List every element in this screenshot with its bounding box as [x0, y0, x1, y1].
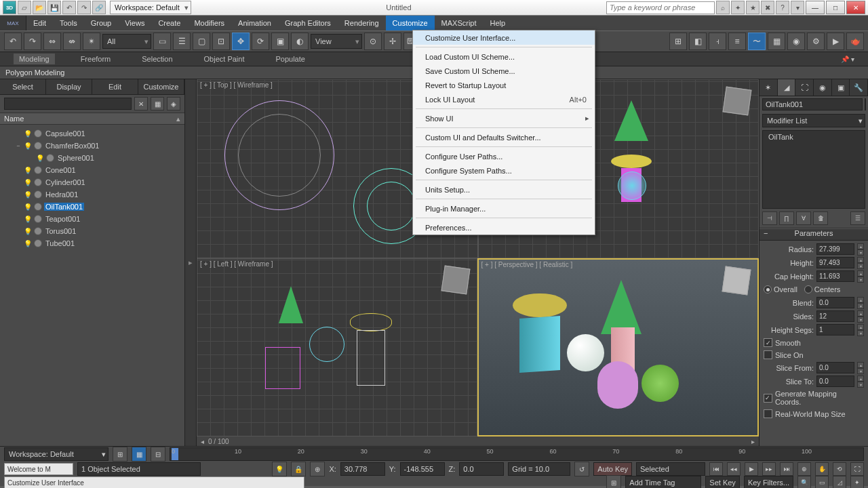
unlink-button[interactable]: ⇎ — [63, 33, 81, 50]
modify-tab-icon[interactable]: ◢ — [778, 79, 796, 96]
mat-ed-button[interactable]: ◉ — [787, 33, 805, 50]
menu-item-revert-to-startup-layout[interactable]: Revert to Startup Layout — [413, 78, 595, 92]
menu-help[interactable]: Help — [484, 16, 513, 30]
link-button[interactable]: ⇔ — [43, 33, 61, 50]
scene-tab-edit[interactable]: Edit — [92, 79, 138, 94]
menu-maxscript[interactable]: MAXScript — [435, 16, 484, 30]
tree-item[interactable]: 💡Hedra001 — [0, 188, 184, 201]
menu-item-customize-user-interface[interactable]: Customize User Interface... — [413, 30, 595, 45]
minimize-button[interactable]: — — [806, 1, 825, 14]
bind-button[interactable]: ✴ — [83, 33, 100, 50]
ribbon-pin-icon[interactable]: 📌 ▾ — [841, 56, 854, 63]
viewcube-icon[interactable] — [722, 266, 751, 295]
undo-icon[interactable]: ↶ — [62, 1, 76, 14]
nav-walk-icon[interactable]: ✦ — [850, 476, 864, 488]
tree-item[interactable]: 💡OilTank001 — [0, 201, 184, 213]
app-menu-button[interactable]: MAX — [0, 16, 26, 30]
sliceto-spinner[interactable]: 0.0 — [816, 375, 854, 387]
nav-max-icon[interactable]: ⛶ — [850, 462, 864, 476]
menu-item-load-custom-ui-scheme[interactable]: Load Custom UI Scheme... — [413, 49, 595, 64]
layers-button[interactable]: ≡ — [728, 33, 746, 50]
viewcube-icon[interactable] — [723, 87, 752, 116]
menu-item-show-ui[interactable]: Show UI — [413, 111, 595, 125]
hseg-spinner[interactable]: 1 — [816, 324, 854, 336]
undo-button[interactable]: ↶ — [4, 33, 22, 50]
pivot-button[interactable]: ⊙ — [364, 33, 382, 50]
menu-create[interactable]: Create — [151, 16, 187, 30]
move-button[interactable]: ✥ — [232, 33, 250, 50]
modifier-stack[interactable]: OilTank — [762, 130, 865, 209]
next-frame-icon[interactable]: ▸▸ — [762, 462, 776, 476]
goto-end-icon[interactable]: ⏭ — [780, 462, 793, 476]
modifier-list-dropdown[interactable]: Modifier List — [762, 114, 865, 127]
timeline-slider[interactable]: 0102030405060708090100 — [170, 447, 864, 461]
viewport-left-label[interactable]: [ + ] [ Left ] [ Wireframe ] — [200, 260, 273, 268]
configure-icon[interactable]: ☰ — [850, 211, 865, 225]
placement-button[interactable]: ◐ — [291, 33, 309, 50]
menu-item-save-custom-ui-scheme[interactable]: Save Custom UI Scheme... — [413, 64, 595, 78]
key-mode-icon[interactable]: ▦ — [132, 447, 146, 462]
nav-zoom2-icon[interactable]: 🔍 — [797, 476, 811, 488]
centers-radio[interactable]: Centers — [804, 285, 841, 293]
sides-spinner[interactable]: 12 — [816, 310, 854, 322]
absolute-icon[interactable]: ⊕ — [310, 462, 325, 476]
isolate-icon[interactable]: ↺ — [574, 462, 589, 476]
snap-button[interactable]: ⊞ — [669, 33, 687, 50]
ref-coord-system[interactable]: View — [311, 34, 362, 49]
viewport-top-label[interactable]: [ + ] [ Top ] [ Wireframe ] — [200, 81, 273, 89]
menu-item-preferences[interactable]: Preferences... — [413, 220, 595, 235]
nav-orbit-icon[interactable]: ⟲ — [833, 462, 846, 476]
prev-frame-icon[interactable]: ◂◂ — [727, 462, 741, 476]
open-icon[interactable]: 📂 — [33, 1, 46, 14]
menu-item-custom-ui-and-defaults-switcher[interactable]: Custom UI and Defaults Switcher... — [413, 130, 595, 144]
menu-animation[interactable]: Animation — [231, 16, 278, 30]
selection-filter[interactable]: All — [102, 34, 151, 49]
object-color-swatch[interactable] — [865, 98, 866, 110]
new-icon[interactable]: ▱ — [18, 1, 31, 14]
genmap-checkbox[interactable]: ✓Generate Mapping Coords. — [764, 389, 864, 407]
redo-button[interactable]: ↷ — [24, 33, 41, 50]
filter-sel-icon[interactable]: ▦ — [151, 97, 164, 110]
nav-region-icon[interactable]: ▭ — [815, 476, 829, 488]
ribbon-tab-modeling[interactable]: Modeling — [14, 54, 55, 64]
align-button[interactable]: ⫞ — [709, 33, 726, 50]
select-rect-button[interactable]: ▢ — [193, 33, 210, 50]
help-search-icon[interactable]: ⌕ — [716, 1, 730, 14]
select-object-button[interactable]: ▭ — [153, 33, 171, 50]
link-icon[interactable]: 🔗 — [92, 1, 106, 14]
play-icon[interactable]: ▶ — [745, 462, 758, 476]
render-button[interactable]: 🫖 — [846, 33, 864, 50]
scene-tab-customize[interactable]: Customize — [138, 79, 184, 94]
object-name-input[interactable] — [762, 98, 863, 110]
menu-item-plug-in-manager[interactable]: Plug-in Manager... — [413, 201, 595, 216]
timetag-field[interactable]: Add Time Tag — [625, 476, 701, 488]
render-setup-button[interactable]: ⚙ — [807, 33, 825, 50]
ribbon-tab-selection[interactable]: Selection — [136, 54, 178, 64]
app-logo-icon[interactable]: 3D — [3, 1, 16, 14]
parameters-rollout[interactable]: Parameters — [760, 228, 868, 241]
selection-lock-icon[interactable]: 🔒 — [291, 462, 306, 476]
set-key-mode-icon[interactable]: ⊞ — [113, 447, 127, 462]
remove-mod-icon[interactable]: 🗑 — [813, 211, 828, 225]
setkey-button[interactable]: Set Key — [705, 476, 740, 488]
realworld-checkbox[interactable]: Real-World Map Size — [764, 409, 864, 419]
menu-graph-editors[interactable]: Graph Editors — [278, 16, 338, 30]
overall-radio[interactable]: Overall — [764, 285, 797, 293]
tree-item[interactable]: 💡Cone001 — [0, 164, 184, 176]
exchange-icon[interactable]: ✖ — [761, 1, 774, 14]
menu-modifiers[interactable]: Modifiers — [187, 16, 231, 30]
ribbon-tab-populate[interactable]: Populate — [270, 54, 310, 64]
rotate-button[interactable]: ⟳ — [252, 33, 269, 50]
lock-icon[interactable]: 💡 — [272, 462, 287, 476]
show-end-icon[interactable]: ∏ — [779, 211, 794, 225]
menu-rendering[interactable]: Rendering — [338, 16, 386, 30]
workspace-bottom-selector[interactable]: Workspace: Default — [4, 447, 108, 461]
nav-pan-icon[interactable]: ✋ — [815, 462, 829, 476]
keyfilters-button[interactable]: Key Filters... — [744, 476, 793, 488]
tree-item[interactable]: 💡Teapot001 — [0, 213, 184, 225]
scene-panel-toggle[interactable]: ▸ — [185, 79, 197, 446]
sliceon-checkbox[interactable]: Slice On — [764, 350, 864, 360]
menu-item-lock-ui-layout[interactable]: Lock UI LayoutAlt+0 — [413, 92, 595, 106]
hierarchy-tab-icon[interactable]: ⛶ — [795, 79, 814, 96]
close-button[interactable]: ✕ — [846, 1, 865, 14]
